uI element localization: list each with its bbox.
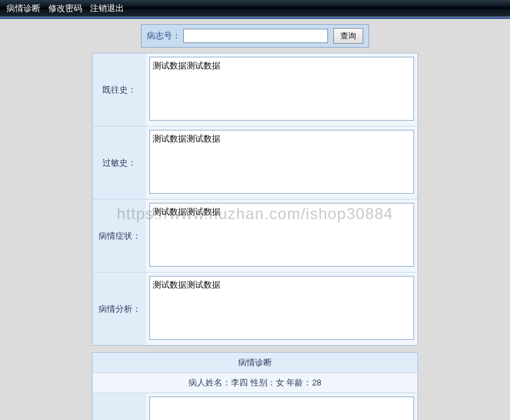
- patient-age-label: 年龄：: [286, 378, 312, 387]
- search-label: 病志号：: [147, 30, 181, 42]
- divider-bar: [0, 17, 510, 19]
- textarea-symptom[interactable]: [149, 203, 414, 267]
- textarea-analysis[interactable]: [149, 276, 414, 340]
- patient-gender: 女: [276, 378, 284, 387]
- patient-age: 28: [312, 378, 321, 387]
- textarea-allergy[interactable]: [149, 130, 414, 194]
- diag-label-history: 既往史：: [93, 393, 146, 420]
- patient-gender-label: 性别：: [250, 378, 276, 387]
- search-bar: 病志号： 查询: [141, 24, 369, 48]
- patient-name-label: 病人姓名：: [188, 378, 231, 387]
- label-allergy: 过敏史：: [93, 127, 146, 199]
- row-history: 既往史：: [93, 53, 417, 127]
- diagnosis-title: 病情诊断: [93, 353, 417, 373]
- nav-diagnosis[interactable]: 病情诊断: [7, 3, 40, 14]
- textarea-history[interactable]: [149, 57, 414, 121]
- patient-name: 李四: [231, 378, 248, 387]
- diag-textarea-history[interactable]: [149, 397, 414, 420]
- record-id-input[interactable]: [183, 29, 328, 43]
- nav-change-password[interactable]: 修改密码: [48, 3, 82, 14]
- label-analysis: 病情分析：: [93, 273, 146, 345]
- patient-info: 病人姓名：李四 性别：女 年龄：28: [93, 373, 417, 393]
- row-allergy: 过敏史：: [93, 127, 417, 200]
- label-symptom: 病情症状：: [93, 200, 146, 272]
- form-panel: 既往史： 过敏史： 病情症状： 病情分析：: [92, 53, 418, 346]
- row-analysis: 病情分析：: [93, 273, 417, 345]
- row-symptom: 病情症状：: [93, 200, 417, 273]
- label-history: 既往史：: [93, 53, 146, 126]
- nav-logout[interactable]: 注销退出: [90, 3, 124, 14]
- query-button[interactable]: 查询: [333, 28, 363, 44]
- top-nav: 病情诊断 修改密码 注销退出: [0, 0, 510, 17]
- diag-row-history: 既往史：: [93, 393, 417, 420]
- diagnosis-section: 病情诊断 病人姓名：李四 性别：女 年龄：28 既往史：: [92, 352, 418, 420]
